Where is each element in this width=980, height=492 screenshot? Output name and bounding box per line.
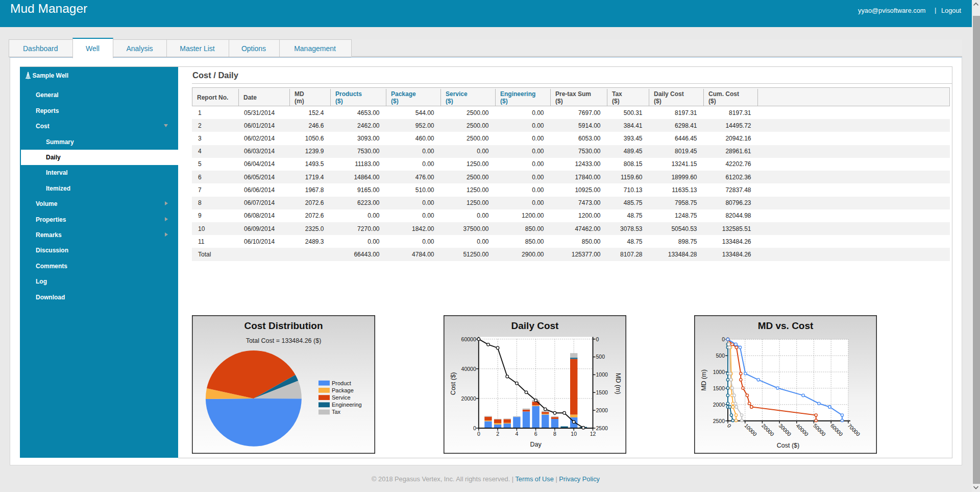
svg-text:Service: Service: [332, 394, 351, 401]
svg-text:6: 6: [534, 431, 537, 437]
svg-text:2500: 2500: [596, 425, 608, 431]
svg-text:40000: 40000: [461, 366, 476, 372]
svg-text:MD vs. Cost: MD vs. Cost: [758, 320, 814, 331]
svg-text:2000: 2000: [596, 407, 608, 413]
svg-text:20000: 20000: [461, 395, 476, 402]
svg-text:1000: 1000: [713, 369, 725, 375]
svg-text:MD (m): MD (m): [615, 373, 622, 394]
svg-text:60000: 60000: [461, 336, 476, 342]
svg-text:1500: 1500: [713, 385, 725, 391]
svg-text:8: 8: [553, 431, 556, 437]
svg-text:2000: 2000: [713, 402, 725, 408]
svg-text:500: 500: [596, 354, 605, 360]
svg-text:4: 4: [515, 431, 518, 437]
svg-text:Cost Distribution: Cost Distribution: [244, 320, 323, 331]
svg-text:Engineering: Engineering: [332, 402, 362, 408]
svg-text:Tax: Tax: [332, 409, 341, 415]
svg-text:Cost ($): Cost ($): [777, 442, 799, 449]
svg-text:10: 10: [571, 431, 577, 437]
svg-text:Package: Package: [332, 387, 354, 393]
svg-text:Total Cost = 133484.26 ($): Total Cost = 133484.26 ($): [246, 337, 322, 344]
svg-text:Product: Product: [332, 380, 351, 386]
svg-text:Cost ($): Cost ($): [450, 372, 457, 395]
svg-text:Daily Cost: Daily Cost: [511, 320, 559, 331]
svg-text:0: 0: [722, 336, 725, 342]
svg-text:0: 0: [473, 425, 476, 431]
svg-text:2: 2: [496, 431, 499, 437]
svg-text:2500: 2500: [713, 418, 725, 424]
svg-text:1500: 1500: [596, 389, 608, 395]
svg-text:1000: 1000: [596, 371, 608, 378]
svg-text:500: 500: [716, 353, 725, 359]
svg-text:Day: Day: [530, 441, 542, 448]
svg-text:0: 0: [477, 431, 480, 437]
svg-text:0: 0: [596, 336, 599, 342]
svg-text:MD (m): MD (m): [700, 369, 707, 391]
svg-text:12: 12: [590, 431, 596, 437]
